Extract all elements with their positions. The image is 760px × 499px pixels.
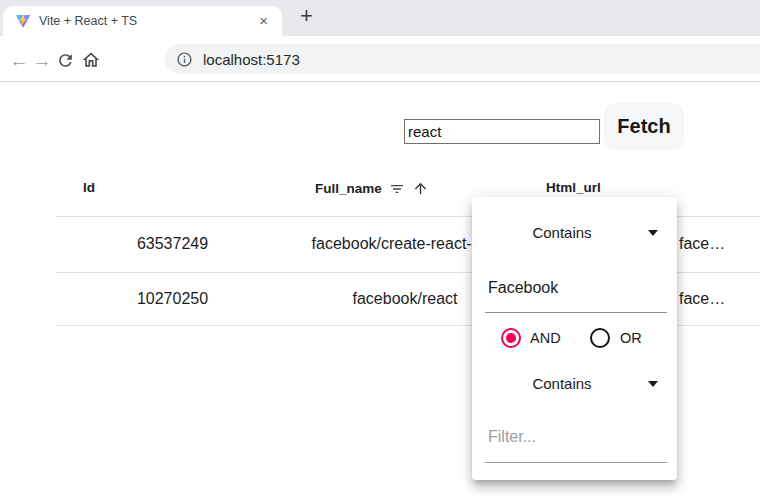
tab-title: Vite + React + TS xyxy=(39,14,249,28)
home-icon[interactable] xyxy=(81,50,101,70)
operator-select-top[interactable]: Contains xyxy=(472,224,652,241)
address-bar[interactable]: localhost:5173 xyxy=(165,44,760,74)
cell-html-url: face… xyxy=(679,235,725,253)
reload-icon[interactable] xyxy=(56,51,75,70)
or-radio-label: OR xyxy=(620,328,642,348)
back-icon[interactable]: ← xyxy=(8,50,30,72)
close-tab-icon[interactable]: × xyxy=(257,13,270,29)
caret-down-icon xyxy=(648,230,658,236)
caret-down-icon xyxy=(648,381,658,387)
and-radio[interactable] xyxy=(501,328,521,348)
cell-id: 63537249 xyxy=(55,235,290,253)
browser-window: Vite + React + TS × + ← → localhost:5173… xyxy=(0,0,760,499)
filter-value-bottom-input[interactable] xyxy=(485,412,667,463)
and-radio-label: AND xyxy=(530,328,561,348)
url-text: localhost:5173 xyxy=(203,51,300,68)
cell-id: 10270250 xyxy=(55,290,290,308)
column-header-full-name-label: Full_name xyxy=(315,181,382,196)
column-header-html-url[interactable]: Html_url xyxy=(546,180,601,195)
operator-select-bottom[interactable]: Contains xyxy=(472,375,652,392)
column-header-id[interactable]: Id xyxy=(83,180,95,195)
sort-ascending-icon[interactable] xyxy=(412,180,429,197)
browser-toolbar: ← → localhost:5173 xyxy=(0,36,760,82)
tab-strip: Vite + React + TS × + xyxy=(0,0,760,36)
page-content: Fetch Id Full_name Html_url 63537249 fac… xyxy=(0,83,760,499)
browser-tab[interactable]: Vite + React + TS × xyxy=(3,6,282,36)
filter-panel: Contains AND OR Contains xyxy=(472,197,677,480)
search-input[interactable] xyxy=(404,119,600,144)
or-radio[interactable] xyxy=(590,328,610,348)
vite-logo-icon xyxy=(15,13,31,29)
fetch-button[interactable]: Fetch xyxy=(604,103,684,150)
column-header-full-name[interactable]: Full_name xyxy=(315,180,429,197)
cell-html-url: face… xyxy=(679,290,725,308)
new-tab-icon[interactable]: + xyxy=(300,3,313,29)
filter-value-top-input[interactable] xyxy=(485,263,667,313)
info-icon[interactable] xyxy=(176,51,193,68)
filter-list-icon[interactable] xyxy=(389,181,405,197)
forward-icon[interactable]: → xyxy=(31,50,53,72)
